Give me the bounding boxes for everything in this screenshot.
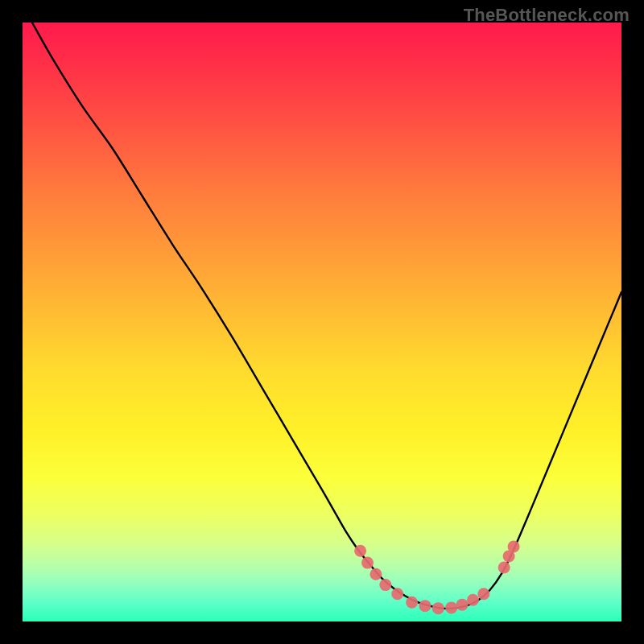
data-marker xyxy=(477,588,489,600)
watermark-text: TheBottleneck.com xyxy=(464,5,630,26)
data-marker xyxy=(369,568,382,580)
data-marker xyxy=(419,600,431,612)
data-marker xyxy=(445,601,457,613)
data-marker xyxy=(508,541,520,553)
data-marker xyxy=(391,588,403,600)
data-marker xyxy=(432,602,444,614)
chart-svg xyxy=(23,23,621,621)
data-marker xyxy=(354,545,366,557)
plot-area xyxy=(23,23,621,621)
data-marker xyxy=(379,579,391,591)
data-marker xyxy=(498,562,510,574)
data-marker xyxy=(456,599,469,611)
data-marker xyxy=(503,550,515,562)
data-marker xyxy=(406,597,418,609)
data-marker xyxy=(361,557,374,569)
chart-frame: TheBottleneck.com xyxy=(0,0,644,644)
data-marker xyxy=(467,594,479,606)
bottleneck-curve xyxy=(32,23,621,609)
